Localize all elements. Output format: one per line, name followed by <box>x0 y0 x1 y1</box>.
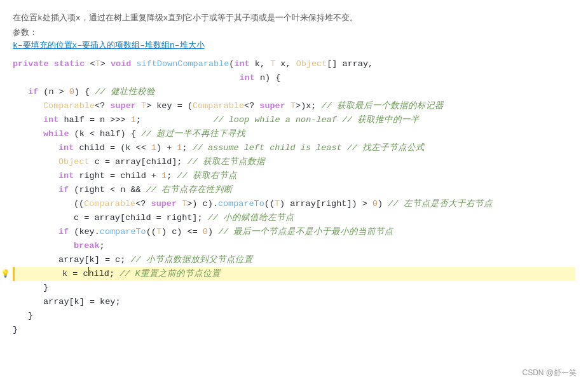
cm-child: // assume left child is least // 找左子节点公式 <box>193 141 425 155</box>
code-line-child: int child = (k << 1) + 1; // assume left… <box>13 141 575 155</box>
num-1c: 1 <box>177 141 182 155</box>
kw-private: private <box>13 57 49 71</box>
cm-k-child: // K重置之前的节点位置 <box>120 267 220 281</box>
code-block: private static <T> void siftDownComparab… <box>13 57 575 337</box>
kw-void: void <box>111 57 131 71</box>
type-T4: T <box>291 99 296 113</box>
kw-if1: if <box>28 85 38 99</box>
type-Comparable2: Comparable <box>193 99 244 113</box>
kw-super2: super <box>259 99 285 113</box>
code-line-array-k: array[k] = c; // 小节点数据放到父节点位置 <box>13 253 575 267</box>
code-line-key: Comparable<? super T> key = (Comparable<… <box>13 99 575 113</box>
cm-right-exist: // 右节点存在性判断 <box>146 183 233 197</box>
cm-compare1: // 左节点是否大于右节点 <box>388 197 492 211</box>
kw-int1: int <box>234 57 249 71</box>
main-container: 在位置k处插入项x，通过在树上重复降级x直到它小于或等于其子项或是一个叶来保持堆… <box>0 0 588 386</box>
num-0b: 0 <box>373 197 378 211</box>
kw-int5: int <box>58 169 74 183</box>
cm-c: // 获取左节点数据 <box>188 155 265 169</box>
fn-compareTo1: compareTo <box>218 197 264 211</box>
cm-right: // 获取右节点 <box>177 169 236 183</box>
code-line-half: int half = n >>> 1; // loop while a non-… <box>13 113 575 127</box>
fn-compareTo2: compareTo <box>100 225 146 239</box>
code-line-key-compare: if (key.compareTo((T) c) <= 0) // 最后一个节点… <box>13 225 575 239</box>
cm-key: // 获取最后一个数据的标记器 <box>322 99 444 113</box>
code-line-if-right: if (right < n && // 右节点存在性判断 <box>13 183 575 197</box>
type-T7: T <box>156 225 161 239</box>
code-line-compare: ((Comparable<? super T>) c).compareTo((T… <box>13 197 575 211</box>
cm-key-compare: // 最后一个节点是不是小于最小的当前节点 <box>218 225 393 239</box>
num-0c: 0 <box>203 225 208 239</box>
code-line-right: int right = child + 1; // 获取右节点 <box>13 169 575 183</box>
cm-while: // 超过一半不再往下寻找 <box>141 127 245 141</box>
code-line-while: while (k < half) { // 超过一半不再往下寻找 <box>13 127 575 141</box>
code-line-break: break; <box>13 239 575 253</box>
kw-int3: int <box>43 113 58 127</box>
code-line-signature1: private static <T> void siftDownComparab… <box>13 57 575 71</box>
kw-int2: int <box>239 71 254 85</box>
type-Object2: Object <box>58 155 90 169</box>
kw-if3: if <box>58 225 69 239</box>
code-line-array-key: array[k] = key; <box>13 295 575 309</box>
type-Object: Object <box>296 57 327 71</box>
code-line-close-while: } <box>13 281 575 295</box>
num-1b: 1 <box>151 141 156 155</box>
code-line-close-if: } <box>13 309 575 323</box>
num-0: 0 <box>69 85 74 99</box>
kw-static: static <box>54 57 85 71</box>
kw-int4: int <box>58 141 74 155</box>
cm-robustness: // 健壮性校验 <box>95 85 154 99</box>
type-Comparable1: Comparable <box>43 99 95 113</box>
kw-super1: super <box>110 99 136 113</box>
type-T3: T <box>141 99 146 113</box>
watermark: CSDN @舒一笑 <box>522 368 577 378</box>
cm-half: // loop while a non-leaf // 获取推中的一半 <box>213 113 420 127</box>
num-1: 1 <box>131 113 136 127</box>
comment-line3: k–要填充的位置x–要插入的项数组–堆数组n–堆大小 <box>13 39 575 51</box>
comment-line2: 参数： <box>13 27 575 38</box>
kw-while: while <box>43 127 69 141</box>
cm-assign-c: // 小的赋值给左节点 <box>208 211 294 225</box>
code-line-assign-c: c = array[child = right]; // 小的赋值给左节点 <box>13 211 575 225</box>
comment-line1: 在位置k处插入项x，通过在树上重复降级x直到它小于或等于其子项或是一个叶来保持堆… <box>13 11 575 25</box>
cm-array-k: // 小节点数据放到父节点位置 <box>130 253 252 267</box>
kw-super3: super <box>151 197 177 211</box>
type-T5: T <box>182 197 187 211</box>
code-line-signature2: int n) { <box>13 71 575 85</box>
kw-break: break <box>74 239 100 253</box>
type-T2: T <box>270 57 275 71</box>
kw-if2: if <box>58 183 69 197</box>
num-1d: 1 <box>161 169 167 183</box>
code-line-c: Object c = array[child]; // 获取左节点数据 <box>13 155 575 169</box>
fn-name: siftDownComparable <box>136 57 229 71</box>
code-line-k-child: k = child; // K重置之前的节点位置 <box>13 267 575 281</box>
type-Comparable3: Comparable <box>84 197 135 211</box>
type-T6: T <box>275 197 280 211</box>
code-line-close-method: } <box>13 323 575 337</box>
code-line-if: if (n > 0) { // 健壮性校验 <box>13 85 575 99</box>
type-T: T <box>95 57 100 71</box>
